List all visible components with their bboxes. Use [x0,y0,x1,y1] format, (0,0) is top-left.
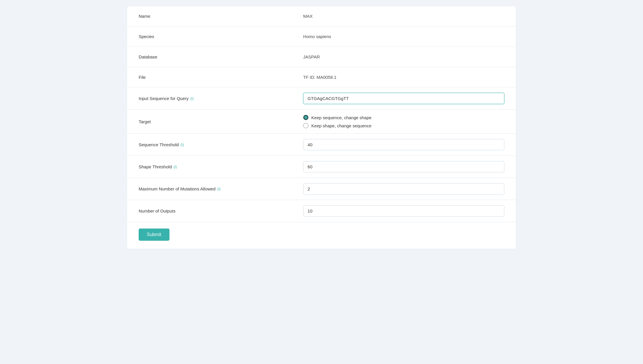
row-sequence-threshold: Sequence Threshold (i) [127,134,516,156]
info-icon-max-mutations[interactable]: (i) [217,187,221,191]
label-database: Database [139,54,303,59]
value-input-sequence [303,93,504,104]
input-sequence-field[interactable] [303,93,504,104]
label-species: Species [139,34,303,39]
row-species: Species Homo sapiens [127,26,516,47]
label-input-sequence: Input Sequence for Query (i) [139,96,303,101]
row-name: Name MAX [127,6,516,26]
value-shape-threshold [303,161,504,172]
radio-keep-sequence[interactable]: Keep sequence, change shape [303,115,504,120]
radio-keep-shape-input[interactable] [303,123,308,128]
value-max-mutations [303,183,504,195]
label-num-outputs: Number of Outputs [139,208,303,213]
radio-keep-shape[interactable]: Keep shape, change sequence [303,123,504,128]
radio-keep-shape-label: Keep shape, change sequence [311,123,371,128]
info-icon-input-sequence[interactable]: (i) [190,96,194,101]
info-icon-shape-threshold[interactable]: (i) [174,165,177,169]
value-num-outputs [303,205,504,217]
label-name: Name [139,14,303,19]
label-max-mutations: Maximum Number of Mutations Allowed (i) [139,186,303,191]
form-container: Name MAX Species Homo sapiens Database J… [127,6,516,249]
value-file: TF ID: MA0058.1 [303,75,504,80]
row-database: Database JASPAR [127,47,516,67]
label-sequence-threshold: Sequence Threshold (i) [139,142,303,147]
value-species: Homo sapiens [303,34,504,39]
radio-keep-sequence-input[interactable] [303,115,308,120]
submit-row: Submit [127,222,516,249]
label-shape-threshold: Shape Threshold (i) [139,164,303,169]
shape-threshold-field[interactable] [303,161,504,172]
row-shape-threshold: Shape Threshold (i) [127,156,516,178]
num-outputs-field[interactable] [303,205,504,217]
value-database: JASPAR [303,54,504,59]
sequence-threshold-field[interactable] [303,139,504,150]
row-max-mutations: Maximum Number of Mutations Allowed (i) [127,178,516,200]
info-icon-sequence-threshold[interactable]: (i) [181,142,184,147]
label-file: File [139,75,303,80]
row-num-outputs: Number of Outputs [127,200,516,222]
row-target: Target Keep sequence, change shape Keep … [127,110,516,134]
row-file: File TF ID: MA0058.1 [127,67,516,88]
row-input-sequence: Input Sequence for Query (i) [127,88,516,110]
radio-keep-sequence-label: Keep sequence, change shape [311,115,371,120]
target-options: Keep sequence, change shape Keep shape, … [303,115,504,128]
submit-button[interactable]: Submit [139,229,169,241]
max-mutations-field[interactable] [303,183,504,195]
value-name: MAX [303,14,504,19]
radio-group-target: Keep sequence, change shape Keep shape, … [303,115,504,128]
label-target: Target [139,119,303,124]
value-sequence-threshold [303,139,504,150]
